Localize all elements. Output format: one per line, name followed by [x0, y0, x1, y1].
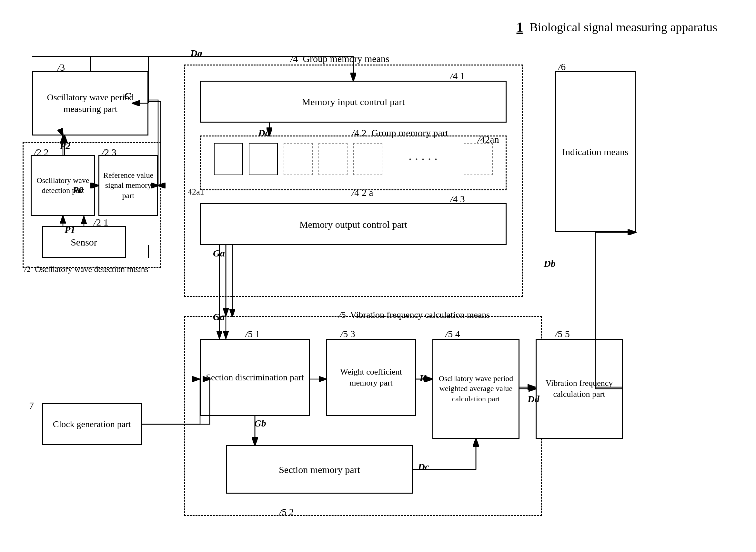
ref-4-group-memory: /4 Group memory means [290, 53, 389, 64]
ref-42a: /4 2 a [352, 187, 373, 198]
P1-label: P1 [65, 224, 75, 235]
oscillatory-wave-weighted-box: Oscillatory wave period weighted average… [432, 339, 519, 439]
diagram: 1 Biological signal measuring apparatus … [0, 0, 756, 552]
ref-41: /4 1 [450, 70, 465, 81]
ref-21: /2 1 [94, 217, 108, 228]
ref-3: /3 [57, 62, 65, 73]
title-text: Biological signal measuring apparatus [530, 20, 717, 34]
Ga-bottom-label: Ga [213, 311, 225, 322]
section-discrimination-label: Section discrimination part [206, 372, 303, 383]
ref-42an: /42an [478, 134, 499, 145]
ref-5-vibration: /5 Vibration frequency calculation means [339, 310, 490, 320]
P2-label: P2 [60, 140, 70, 151]
P0-label: P0 [73, 184, 83, 195]
reference-value-label: Reference value signal memory part [99, 170, 157, 201]
indication-means-label: Indication means [562, 145, 629, 158]
ref-7: 7 [29, 400, 34, 411]
ref-55: /5 5 [555, 328, 570, 339]
oscillatory-wave-detection-box: Oscillatory wave detection part [31, 155, 95, 216]
sensor-box: Sensor [42, 226, 126, 258]
section-memory-label: Section memory part [279, 463, 360, 476]
ref-52: /5 2 [279, 507, 294, 518]
memory-output-control-label: Memory output control part [299, 218, 407, 231]
ref-42: /4 2 Group memory part [352, 127, 448, 138]
ref-42a1: 42a1 [188, 187, 204, 197]
section-discrimination-box: Section discrimination part [200, 339, 310, 416]
ref-51: /5 1 [245, 328, 260, 339]
title-area: 1 Biological signal measuring apparatus [517, 19, 717, 35]
ref-43: /4 3 [450, 193, 465, 204]
oscillatory-wave-weighted-label: Oscillatory wave period weighted average… [433, 374, 518, 404]
Ga-top-label: Ga [213, 248, 225, 259]
oscillatory-wave-detection-label: Oscillatory wave detection part [32, 175, 94, 195]
memory-input-control-box: Memory input control part [200, 81, 507, 123]
vibration-freq-calc-label: Vibration frequency calculation part [537, 378, 622, 400]
indication-means-box: Indication means [555, 71, 636, 232]
ref-6: /6 [558, 61, 565, 72]
weight-coefficient-box: Weight coefficient memory part [326, 339, 416, 416]
clock-generation-box: Clock generation part [42, 403, 142, 445]
ref-2-label: /2 Oscillatory wave detection means [24, 265, 148, 274]
section-memory-box: Section memory part [226, 445, 413, 494]
title-number: 1 [517, 19, 523, 35]
memory-output-control-box: Memory output control part [200, 203, 507, 245]
Da-top-label: Da [191, 48, 202, 59]
Dc-label: Dc [418, 461, 429, 472]
ref-53: /5 3 [341, 328, 355, 339]
Da-down-label: Da [258, 127, 270, 138]
oscillatory-wave-period-box: Oscillatory wave period measuring part [32, 71, 148, 136]
Db-label: Db [544, 258, 555, 269]
ref-54: /5 4 [445, 328, 460, 339]
memory-input-control-label: Memory input control part [302, 96, 405, 108]
C-label: C [124, 90, 131, 101]
K-label: K [419, 373, 426, 384]
clock-generation-label: Clock generation part [53, 418, 131, 430]
vibration-freq-calc-box: Vibration frequency calculation part [536, 339, 623, 439]
Dd-label: Dd [527, 394, 539, 405]
sensor-label: Sensor [71, 236, 97, 248]
ref-22: /2 2 [34, 147, 49, 158]
reference-value-box: Reference value signal memory part [98, 155, 158, 216]
ref-23: /2 3 [102, 147, 117, 158]
group-memory-part-inner-box: · · · · · [200, 136, 507, 190]
Gb-label: Gb [254, 418, 266, 429]
weight-coefficient-label: Weight coefficient memory part [327, 367, 415, 388]
